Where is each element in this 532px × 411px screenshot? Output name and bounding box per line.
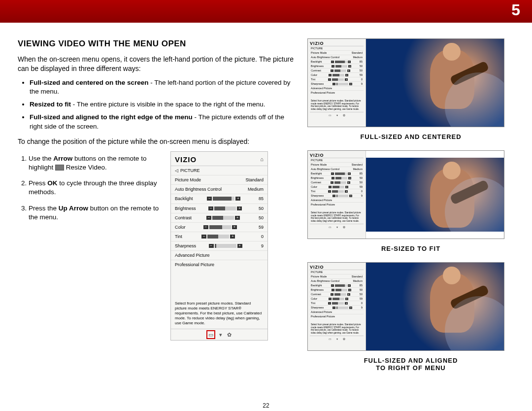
chapter-bar: 5: [0, 0, 532, 23]
step-item: Press the Up Arrow button on the remote …: [29, 204, 162, 222]
osd-menu-thumbnail: VIZIOPICTUREPicture ModeStandardAuto Bri…: [308, 39, 366, 127]
menu-section-label: PICTURE: [180, 168, 200, 173]
video-preview-image: [366, 158, 504, 232]
thumbnail-caption: FULL-SIZED AND CENTERED: [307, 133, 514, 140]
menu-row[interactable]: Brightness−+50: [171, 204, 267, 213]
video-preview-image: [366, 39, 504, 127]
thumbnail-column: VIZIOPICTUREPicture ModeStandardAuto Bri…: [307, 38, 514, 378]
display-mode-thumbnail: VIZIOPICTUREPicture ModeStandardAuto Bri…: [307, 150, 504, 239]
video-preview-image: [366, 263, 504, 350]
resize-glyph-icon: [55, 165, 64, 171]
menu-row[interactable]: Professional Picture: [171, 260, 267, 269]
steps-and-menu-row: Use the Arrow buttons on the remote to h…: [18, 151, 294, 341]
menu-row[interactable]: Sharpness−+9: [171, 241, 267, 250]
menu-row[interactable]: Auto Brightness ControlMedium: [171, 184, 267, 194]
right-column: VIZIOPICTUREPicture ModeStandardAuto Bri…: [307, 38, 514, 401]
menu-breadcrumb[interactable]: ◁PICTURE: [171, 166, 267, 175]
chapter-number: 5: [511, 1, 520, 19]
menu-row[interactable]: Advanced Picture: [171, 250, 267, 260]
menu-row[interactable]: Tint−+0: [171, 232, 267, 241]
left-column: VIEWING VIDEO WITH THE MENU OPEN When th…: [18, 38, 294, 401]
osd-menu-large: VIZIO ⌂ ◁PICTURE Picture ModeStandardAut…: [170, 151, 268, 341]
change-instruction: To change the position of the picture wh…: [18, 137, 294, 146]
osd-menu-thumbnail: VIZIOPICTUREPicture ModeStandardAuto Bri…: [308, 151, 366, 239]
display-mode-thumbnail: VIZIOPICTUREPicture ModeStandardAuto Bri…: [307, 262, 504, 351]
page-content: VIEWING VIDEO WITH THE MENU OPEN When th…: [18, 38, 514, 401]
list-item: Resized to fit - The entire picture is v…: [30, 100, 294, 109]
menu-help-text: Select from preset picture modes. Standa…: [171, 298, 267, 329]
menu-row[interactable]: Picture ModeStandard: [171, 175, 267, 184]
step-item: Use the Arrow buttons on the remote to h…: [29, 154, 162, 172]
list-item: Full-sized and aligned to the right edge…: [30, 113, 294, 131]
thumbnail-caption: FULL-SIZED AND ALIGNEDTO RIGHT OF MENU: [307, 357, 514, 372]
resize-video-icon[interactable]: ▭: [207, 331, 214, 339]
thumbnail-caption: RE-SIZED TO FIT: [307, 245, 514, 252]
step-item: Press OK to cycle through the three disp…: [29, 179, 162, 197]
intro-paragraph: When the on-screen menu opens, it covers…: [18, 55, 294, 73]
menu-brand: VIZIO: [175, 155, 197, 165]
display-mode-list: Full-sized and centered on the screen - …: [30, 78, 294, 131]
steps-list: Use the Arrow buttons on the remote to h…: [29, 154, 162, 229]
page-number: 22: [263, 402, 269, 409]
menu-row[interactable]: Backlight−+85: [171, 194, 267, 203]
osd-menu-thumbnail: VIZIOPICTUREPicture ModeStandardAuto Bri…: [308, 263, 366, 350]
menu-bottom-bar: ▭ ▾ ✿: [171, 329, 267, 341]
home-icon[interactable]: ⌂: [260, 156, 264, 163]
section-heading: VIEWING VIDEO WITH THE MENU OPEN: [18, 38, 294, 50]
back-icon[interactable]: ◁: [175, 168, 178, 173]
wide-icon[interactable]: ▾: [219, 331, 222, 339]
settings-icon[interactable]: ✿: [227, 331, 232, 339]
menu-row[interactable]: Color−+59: [171, 222, 267, 232]
menu-row[interactable]: Contrast−+50: [171, 213, 267, 222]
list-item: Full-sized and centered on the screen - …: [30, 78, 294, 96]
display-mode-thumbnail: VIZIOPICTUREPicture ModeStandardAuto Bri…: [307, 38, 504, 127]
